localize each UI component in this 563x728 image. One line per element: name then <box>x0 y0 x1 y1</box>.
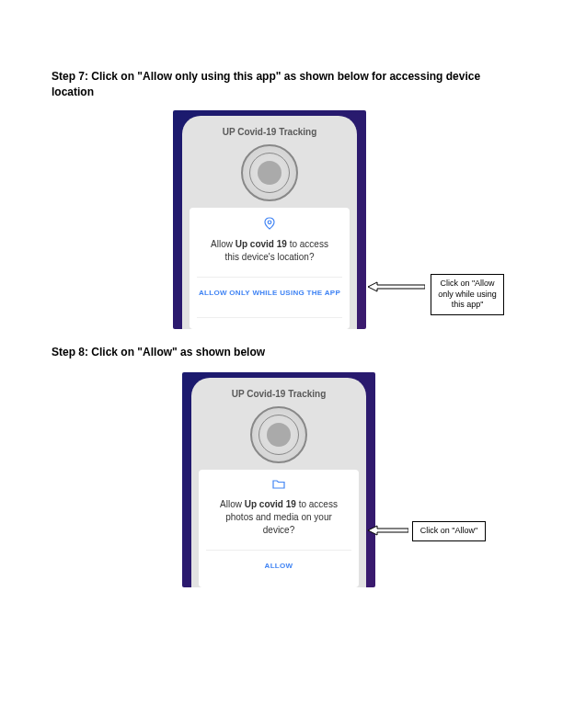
permission-prompt: Allow Up covid 19 to access photos and m… <box>206 498 351 537</box>
state-emblem <box>241 144 298 201</box>
phone-screen: UP Covid-19 Tracking Allow Up covid 19 t… <box>182 116 357 329</box>
callout-step8: Click on "Allow" <box>412 521 486 541</box>
prompt-app-name: Up covid 19 <box>236 239 287 249</box>
phone-frame-step8: UP Covid-19 Tracking Allow Up covid 19 t… <box>182 372 375 587</box>
folder-icon <box>206 479 351 493</box>
app-title: UP Covid-19 Tracking <box>182 116 357 137</box>
location-icon <box>197 217 342 233</box>
callout-step7: Click on "Allow only while using this ap… <box>431 274 504 315</box>
allow-while-using-button[interactable]: ALLOW ONLY WHILE USING THE APP <box>197 277 342 308</box>
step7-heading: Step 7: Click on "Allow only using this … <box>52 69 511 100</box>
permission-dialog-location: Allow Up covid 19 to access this device'… <box>190 208 350 329</box>
allow-button[interactable]: ALLOW <box>206 550 351 581</box>
phone-screen: UP Covid-19 Tracking Allow Up covid 19 t… <box>191 378 366 587</box>
prompt-pre: Allow <box>211 239 236 249</box>
phone-frame-step7: UP Covid-19 Tracking Allow Up covid 19 t… <box>173 110 366 329</box>
svg-marker-0 <box>368 282 425 291</box>
callout-arrow-step7 <box>368 281 425 292</box>
prompt-app-name: Up covid 19 <box>245 499 296 509</box>
svg-marker-1 <box>368 526 408 535</box>
callout-arrow-step8 <box>368 525 408 536</box>
step8-heading: Step 8: Click on "Allow" as shown below <box>52 345 511 360</box>
prompt-pre: Allow <box>220 499 245 509</box>
permission-prompt: Allow Up covid 19 to access this device'… <box>197 238 342 264</box>
deny-button[interactable]: DENY <box>197 317 342 329</box>
app-title: UP Covid-19 Tracking <box>191 378 366 399</box>
permission-dialog-storage: Allow Up covid 19 to access photos and m… <box>199 470 359 587</box>
state-emblem <box>250 406 307 463</box>
